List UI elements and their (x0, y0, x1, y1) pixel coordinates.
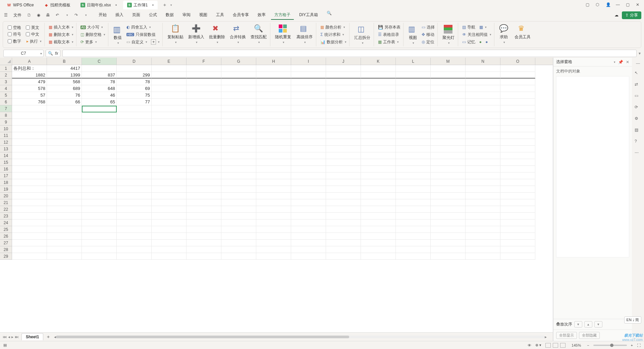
cell[interactable] (361, 226, 396, 233)
cell[interactable] (47, 240, 82, 246)
cell[interactable] (431, 219, 466, 226)
cell[interactable] (12, 219, 47, 226)
cell[interactable] (186, 213, 221, 219)
row-header[interactable]: 26 (0, 233, 12, 240)
cell[interactable] (396, 213, 431, 219)
ime-indicator[interactable]: EN ♩ 简 (624, 316, 641, 323)
cell[interactable] (466, 193, 500, 199)
cell[interactable] (500, 132, 535, 139)
cell[interactable] (186, 246, 221, 253)
cloud-icon[interactable]: ☁ (614, 13, 619, 17)
cell[interactable] (152, 92, 186, 99)
zoom-in-icon[interactable]: + (631, 343, 633, 347)
cell[interactable] (152, 226, 186, 233)
cell[interactable] (82, 65, 117, 72)
layout-panel-icon[interactable]: ▭ (635, 93, 641, 100)
cell[interactable] (466, 99, 500, 105)
flow-icon[interactable]: ⇄ (635, 82, 641, 89)
cell[interactable] (431, 99, 466, 105)
cell[interactable] (326, 119, 361, 126)
hide-all-button[interactable]: 全部隐藏 (579, 332, 600, 339)
cell[interactable] (326, 152, 361, 159)
cell[interactable] (361, 240, 396, 246)
add-sheet-button[interactable]: ＋ (46, 334, 51, 340)
cell[interactable]: 76 (47, 92, 82, 99)
cell[interactable] (326, 126, 361, 132)
cell[interactable] (396, 193, 431, 199)
cell[interactable]: 69 (117, 85, 152, 92)
cell[interactable] (256, 72, 291, 79)
search-icon[interactable]: 🔍 (327, 11, 332, 20)
cell[interactable] (186, 105, 221, 112)
cell[interactable] (500, 79, 535, 85)
row-header[interactable]: 20 (0, 193, 12, 199)
cell[interactable] (117, 166, 152, 172)
cell[interactable] (326, 92, 361, 99)
cell[interactable] (500, 219, 535, 226)
spotlight-button[interactable]: 聚光灯▾ (441, 24, 456, 45)
cell[interactable] (221, 246, 256, 253)
cell[interactable] (221, 105, 256, 112)
cell[interactable] (12, 240, 47, 246)
cell[interactable] (466, 246, 500, 253)
cell[interactable] (47, 132, 82, 139)
cell[interactable] (186, 65, 221, 72)
cell[interactable] (466, 179, 500, 186)
cell[interactable] (361, 139, 396, 146)
cell[interactable] (291, 226, 326, 233)
cell[interactable] (82, 166, 117, 172)
row-header[interactable]: 14 (0, 152, 12, 159)
cell[interactable] (256, 179, 291, 186)
cell[interactable] (291, 166, 326, 172)
cell[interactable] (431, 152, 466, 159)
memory-button[interactable]: ▭记忆 ● ● (462, 39, 492, 45)
cell[interactable] (466, 132, 500, 139)
print-preview-icon[interactable]: ◉ (36, 12, 42, 18)
cell[interactable] (256, 65, 291, 72)
cell[interactable] (326, 213, 361, 219)
tab-dropdown[interactable]: ▾ (170, 3, 172, 7)
cell[interactable] (431, 193, 466, 199)
tab-member[interactable]: 会员专享 (229, 11, 252, 20)
cell[interactable] (256, 79, 291, 85)
cell[interactable] (291, 152, 326, 159)
cell[interactable] (291, 159, 326, 166)
cell[interactable] (500, 146, 535, 152)
cell[interactable] (431, 233, 466, 240)
nav-button[interactable]: ▤导航 ▦▾ (462, 24, 492, 31)
cell[interactable] (326, 193, 361, 199)
cell[interactable] (500, 253, 535, 260)
cell[interactable] (12, 179, 47, 186)
view-button[interactable]: ▥视图▾ (407, 24, 419, 45)
cell[interactable] (431, 240, 466, 246)
cell[interactable] (82, 139, 117, 146)
cell[interactable] (256, 152, 291, 159)
cell[interactable] (152, 166, 186, 172)
row-header[interactable]: 25 (0, 226, 12, 233)
cell[interactable] (396, 99, 431, 105)
cell[interactable] (500, 179, 535, 186)
cell[interactable] (152, 65, 186, 72)
row-header[interactable]: 8 (0, 112, 12, 119)
cell[interactable] (326, 226, 361, 233)
cell[interactable] (256, 126, 291, 132)
cell[interactable]: 77 (117, 99, 152, 105)
cell[interactable] (186, 99, 221, 105)
cell[interactable] (47, 105, 82, 112)
cell[interactable] (396, 126, 431, 132)
cell[interactable] (326, 246, 361, 253)
cell[interactable] (256, 146, 291, 152)
cell[interactable] (396, 79, 431, 85)
close-pane-icon[interactable]: ✕ (626, 60, 629, 64)
cell[interactable] (396, 179, 431, 186)
cell[interactable] (326, 85, 361, 92)
watch-same-button[interactable]: 👁关注相同值▾ (462, 32, 492, 38)
cell[interactable] (500, 72, 535, 79)
merge-convert-button[interactable]: ⇄合并转换▾ (228, 23, 247, 46)
pin-icon[interactable]: 📌 (618, 60, 623, 64)
cell[interactable] (82, 213, 117, 219)
row-header[interactable]: 23 (0, 213, 12, 219)
cell[interactable] (221, 186, 256, 193)
cell[interactable] (82, 132, 117, 139)
custom-button[interactable]: ▭自定义▾ +▾ (126, 39, 160, 45)
